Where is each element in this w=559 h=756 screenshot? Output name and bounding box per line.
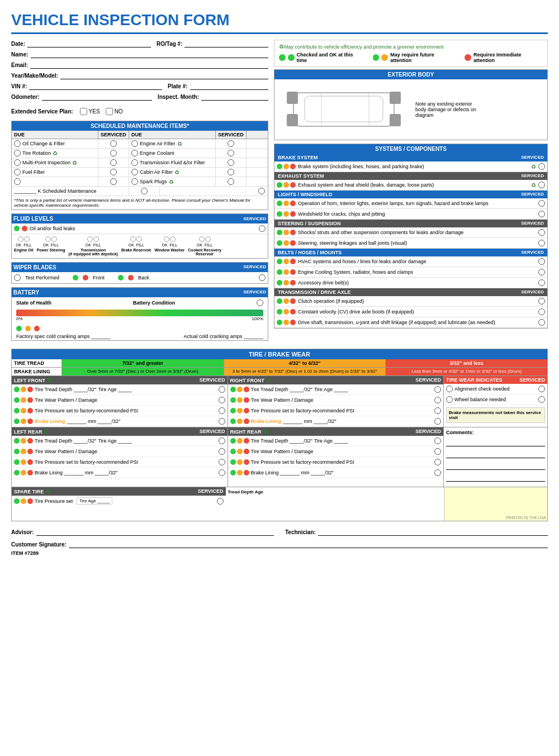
no-checkbox[interactable]: [106, 108, 113, 115]
tire-brake-section: TIRE / BRAKE WEAR TIRE TREAD 7/32" and g…: [11, 349, 548, 521]
systems-header: SYSTEMS / COMPONENTS: [274, 144, 547, 154]
maintenance-title: SCHEDULED MAINTENANCE ITEMS*: [12, 121, 268, 131]
battery-title: BATTERY SERVICED: [12, 288, 268, 297]
wheel-balance-row: Wheel balance needed: [444, 394, 547, 405]
vin-label: VIN #:: [11, 83, 27, 89]
car-diagram-row: Note any existing exterior body damage o…: [274, 79, 547, 140]
exhaust-system-header: EXHAUST SYSTEM SERVICED: [274, 172, 547, 180]
esp-label: Extended Service Plan:: [11, 108, 73, 115]
tire-wear-indicates-header: TIRE WEAR INDICATES SERVICED: [444, 376, 547, 384]
lr-brake-row: Brake Lining _______ mm _____/32": [12, 468, 228, 478]
page-title: VEHICLE INSPECTION FORM: [11, 11, 548, 34]
lf-brake-row: Brake Lining _______ mm _____/32": [12, 416, 228, 427]
ro-tag-field[interactable]: [184, 40, 268, 47]
battery-labels: State of Health Battery Condition: [12, 297, 268, 308]
lr-wear-row: Tire Wear Pattern / Damage: [12, 446, 228, 457]
maint-svc-header2: SERVICED: [216, 131, 247, 139]
no-checkbox-label[interactable]: NO: [106, 108, 123, 115]
svg-rect-4: [390, 92, 401, 104]
right-rear-header: RIGHT REAR ♻ SERVICED: [228, 427, 444, 436]
steering-row2: Steering, steering linkages and ball joi…: [274, 238, 547, 249]
brake-lining-legend-label: BRAKE LINING: [12, 368, 62, 375]
rf-brake-row: Brake Lining _______ mm _____/32": [228, 416, 444, 427]
plate-label: Plate #:: [168, 83, 188, 89]
tire-wear-indicates-top: TIRE WEAR INDICATES SERVICED Alignment c…: [444, 376, 547, 427]
ro-tag-label: RO/Tag #:: [157, 41, 182, 47]
technician-row: Technician:: [285, 528, 548, 536]
trans-row3: Drive shaft, transmission, u-joint and s…: [274, 317, 547, 328]
rf-tread-row: Tire Tread Depth _____/32" Tire Age ____…: [228, 384, 444, 395]
yes-checkbox-label[interactable]: YES: [80, 108, 100, 115]
maint-row-3: Multi-Point Inspection ♻ Transmission Fl…: [12, 158, 268, 168]
car-diagram-svg: [277, 82, 411, 137]
email-label: Email:: [11, 62, 28, 68]
car-note: Note any existing exterior body damage o…: [415, 101, 482, 118]
printed-usa: PRINTED IN THE USA: [506, 516, 546, 520]
trans-header: TRANSMISSION / DRIVE AXLE SERVICED: [274, 288, 547, 296]
transmission-gauge: OK FILL Transmission(if equipped with de…: [69, 236, 118, 256]
belts-header: BELTS / HOSES / MOUNTS SERVICED: [274, 249, 547, 256]
tire-legend: TIRE TREAD 7/32" and greater 4/32" to 6/…: [12, 359, 547, 368]
brake-red-range: Less than 3mm or 4/32" or 1mm or 2/32" o…: [386, 368, 547, 375]
trans-row1: Clutch operation (if equipped): [274, 296, 547, 307]
tire-quadrants: LEFT FRONT ♻ SERVICED Tire Tread Depth _…: [12, 376, 547, 427]
power-steering-gauge: OK FILL Power Steering: [37, 236, 65, 256]
customer-sig-field[interactable]: [69, 540, 548, 548]
spare-row: Tire Pressure set Tire Age _____: [12, 496, 226, 506]
brake-green-range: Over 5mm or 7/32" (Disc.) or Over 2mm or…: [62, 368, 224, 375]
brake-reservoir-gauge: OK FILL Brake Reservoir: [121, 236, 151, 256]
odometer-field[interactable]: [42, 93, 153, 101]
battery-condition-dots: [12, 325, 268, 332]
svg-rect-5: [390, 114, 401, 126]
tire-green-range: 7/32" and greater: [62, 359, 224, 367]
coolant-gauge: OK FILL Coolant RecoveryReservoir: [188, 236, 221, 256]
name-label: Name:: [11, 51, 29, 58]
right-bottom-yellow: PRINTED IN THE USA: [444, 487, 547, 521]
tread-depth-age-area: Tread Depth Age: [226, 487, 444, 521]
tire-brake-header: TIRE / BRAKE WEAR: [12, 349, 547, 359]
maint-due-header2: DUE: [129, 131, 216, 139]
legend-area: ♻ May contribute to vehicle efficiency a…: [274, 40, 548, 67]
tire-red-range: 3/32" and less: [386, 359, 547, 367]
maint-row-4: Fuel Filter Cabin Air Filter ♻: [12, 168, 268, 177]
exterior-body-header: EXTERIOR BODY: [274, 70, 547, 79]
lf-wear-row: Tire Wear Pattern / Damage: [12, 395, 228, 406]
year-make-model-field[interactable]: [60, 72, 268, 79]
trans-row2: Constant velocity (CV) drive axle boots …: [274, 307, 547, 317]
advisor-field[interactable]: [36, 528, 274, 536]
brake-system-row: Brake system (including lines, hoses, an…: [274, 161, 547, 172]
systems-section: SYSTEMS / COMPONENTS BRAKE SYSTEM SERVIC…: [274, 144, 548, 329]
lr-tread-row: Tire Tread Depth _____/32" Tire Age ____…: [12, 436, 228, 446]
legend-may-require: May require future attention: [373, 52, 456, 63]
lights-row2: Windshield for cracks, chips and pitting: [274, 209, 547, 220]
rf-pressure-row: Tire Pressure set to factory-recommended…: [228, 406, 444, 416]
comments-area: Comments:: [444, 427, 547, 487]
exhaust-system-row: Exhaust system and heat shield (leaks, d…: [274, 180, 547, 191]
inspect-month-field[interactable]: [201, 93, 268, 101]
item-number: ITEM #7289: [11, 550, 548, 556]
svg-rect-3: [287, 114, 298, 126]
brake-yellow-range: 3 to 5mm or 4/32" to 7/32" (Disc) or 1.0…: [224, 368, 386, 375]
right-rear-quad: RIGHT REAR ♻ SERVICED Tire Tread Depth _…: [228, 427, 444, 487]
left-rear-header: LEFT REAR ♻ SERVICED: [12, 427, 228, 436]
rf-wear-row: Tire Wear Pattern / Damage: [228, 395, 444, 406]
fluid-oil-leaks: Oil and/or fluid leaks: [12, 224, 268, 234]
technician-field[interactable]: [318, 528, 548, 536]
fluid-title: FLUID LEVELS SERVICED: [12, 214, 268, 224]
spare-section: SPARE TIRE ♻ SERVICED Tire Pressure set …: [12, 487, 226, 521]
date-field[interactable]: [27, 40, 151, 47]
vin-field[interactable]: [29, 82, 162, 90]
plate-field[interactable]: [190, 82, 268, 90]
rr-wear-row: Tire Wear Pattern / Damage: [228, 446, 444, 457]
yes-checkbox[interactable]: [80, 108, 87, 115]
maint-svc-header: SERVICED: [98, 131, 129, 139]
left-front-header: LEFT FRONT ♻ SERVICED: [12, 376, 228, 384]
name-field[interactable]: [31, 50, 268, 58]
window-washer-gauge: OK FILL Window Washer: [155, 236, 185, 256]
belts-row3: Accessory drive belt(s): [274, 278, 547, 288]
engine-oil-gauge: OK FILL Engine Oil: [14, 236, 34, 256]
email-field[interactable]: [30, 61, 268, 69]
tire-tread-legend-label: TIRE TREAD: [12, 359, 62, 367]
left-rear-quad: LEFT REAR ♻ SERVICED Tire Tread Depth __…: [12, 427, 228, 487]
spare-tread-row: SPARE TIRE ♻ SERVICED Tire Pressure set …: [12, 487, 547, 521]
